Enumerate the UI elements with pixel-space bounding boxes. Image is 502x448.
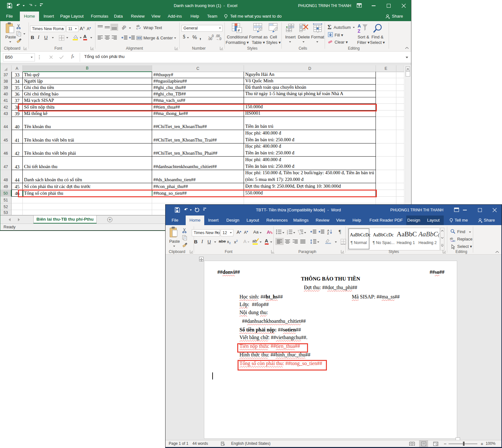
svg-text:A: A — [267, 229, 270, 235]
svg-text:Z: Z — [327, 232, 329, 235]
svg-text:A: A — [358, 23, 361, 29]
svg-text:a: a — [299, 233, 301, 234]
svg-text:c: c — [136, 27, 138, 30]
svg-text:≠: ≠ — [238, 28, 240, 33]
svg-text:ac: ac — [452, 239, 456, 242]
svg-text:ab: ab — [122, 24, 127, 30]
svg-text:x: x — [223, 443, 225, 446]
svg-text:Z: Z — [358, 29, 360, 34]
svg-text:3: 3 — [287, 233, 288, 234]
